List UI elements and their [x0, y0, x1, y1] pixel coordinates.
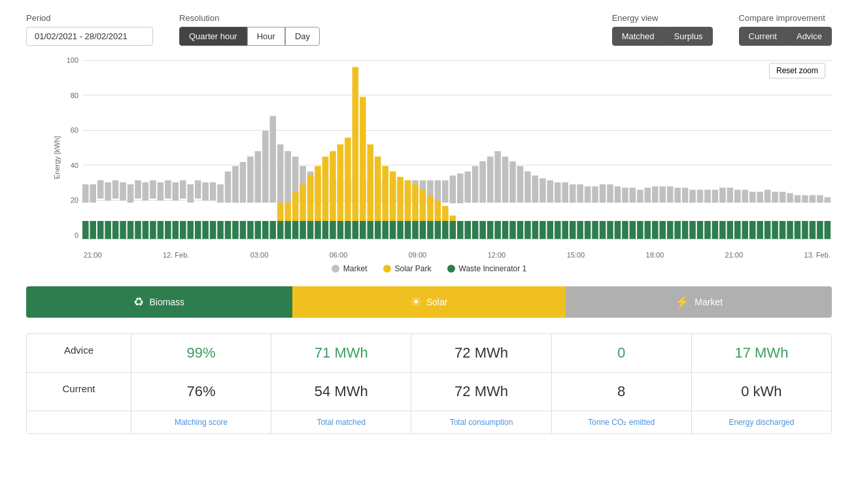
svg-rect-14: [135, 180, 141, 199]
svg-rect-53: [277, 203, 284, 221]
svg-rect-12: [128, 184, 134, 203]
svg-rect-177: [652, 221, 659, 239]
svg-rect-134: [494, 151, 501, 203]
current-co2: 8: [552, 373, 692, 411]
svg-rect-124: [457, 173, 464, 203]
svg-rect-55: [284, 151, 291, 203]
svg-rect-181: [667, 221, 674, 239]
svg-rect-172: [637, 190, 644, 203]
svg-rect-81: [345, 221, 351, 239]
svg-rect-101: [397, 177, 403, 221]
svg-rect-60: [292, 221, 299, 239]
svg-rect-2: [90, 184, 96, 203]
svg-rect-143: [524, 221, 531, 239]
solar-icon: ☀: [411, 295, 421, 309]
svg-rect-65: [307, 175, 314, 221]
compare-current-button[interactable]: Current: [739, 27, 787, 46]
svg-rect-164: [607, 184, 613, 203]
svg-rect-1: [82, 221, 89, 239]
resolution-quarter-hour[interactable]: Quarter hour: [179, 27, 247, 46]
svg-rect-84: [352, 221, 359, 239]
x-label-0900: 09:00: [409, 251, 427, 259]
resolution-day[interactable]: Day: [285, 27, 320, 46]
svg-rect-194: [719, 188, 726, 203]
svg-rect-71: [322, 156, 329, 221]
svg-rect-210: [780, 192, 786, 203]
period-label: Period: [26, 13, 153, 23]
svg-rect-8: [112, 180, 119, 199]
svg-rect-98: [390, 171, 396, 221]
resolution-hour[interactable]: Hour: [247, 27, 285, 46]
svg-rect-180: [667, 186, 674, 203]
svg-rect-148: [547, 180, 554, 203]
compare-button-group: Current Advice: [739, 27, 832, 46]
energy-matched-button[interactable]: Matched: [612, 27, 664, 46]
svg-rect-80: [345, 137, 351, 221]
source-market: ⚡ Market: [566, 286, 832, 318]
svg-rect-205: [757, 221, 763, 239]
svg-rect-90: [367, 221, 373, 239]
x-label-1200: 12:00: [488, 251, 506, 259]
footer-empty: [27, 411, 131, 433]
resolution-label: Resolution: [179, 13, 320, 23]
svg-rect-137: [502, 221, 509, 239]
svg-rect-159: [585, 221, 591, 239]
stats-row-current: Current 76% 54 MWh 72 MWh 8 0 kWh: [27, 373, 831, 411]
svg-rect-115: [435, 180, 441, 203]
svg-rect-35: [210, 221, 216, 239]
svg-rect-59: [292, 192, 299, 221]
svg-rect-45: [247, 221, 254, 239]
svg-rect-153: [562, 221, 568, 239]
svg-rect-47: [255, 221, 262, 239]
svg-rect-57: [284, 221, 291, 239]
svg-rect-95: [382, 166, 388, 221]
legend-solar: Solar Park: [383, 264, 432, 273]
advice-total-consumption: 72 MWh: [411, 334, 551, 372]
x-label-0600: 06:00: [330, 251, 348, 259]
source-biomass: ♻ Biomass: [26, 286, 292, 318]
svg-rect-62: [300, 184, 306, 221]
svg-rect-11: [120, 221, 126, 239]
svg-rect-107: [412, 184, 419, 221]
svg-rect-20: [158, 182, 164, 201]
svg-rect-113: [427, 195, 434, 221]
svg-rect-21: [158, 221, 164, 239]
x-label-2100b: 21:00: [725, 251, 744, 259]
svg-rect-42: [240, 162, 247, 203]
svg-rect-111: [420, 221, 426, 239]
svg-rect-200: [742, 190, 748, 203]
svg-rect-77: [337, 144, 344, 221]
svg-rect-44: [247, 156, 254, 203]
period-input[interactable]: [26, 27, 153, 46]
svg-rect-149: [547, 221, 554, 239]
svg-rect-187: [689, 221, 696, 239]
source-bar: ♻ Biomass ☀ Solar ⚡ Market: [26, 286, 832, 318]
svg-rect-99: [390, 221, 396, 239]
svg-rect-144: [532, 176, 539, 203]
svg-rect-83: [352, 67, 359, 221]
compare-advice-button[interactable]: Advice: [787, 27, 832, 46]
svg-rect-216: [802, 195, 808, 203]
legend-waste-label: Waste Incinerator 1: [459, 264, 527, 273]
legend-solar-dot: [383, 265, 391, 273]
svg-rect-150: [555, 182, 561, 203]
svg-rect-183: [674, 221, 681, 239]
svg-rect-23: [165, 221, 171, 239]
svg-rect-156: [577, 184, 583, 203]
svg-rect-122: [450, 216, 456, 221]
svg-rect-123: [450, 221, 456, 239]
svg-rect-4: [97, 180, 104, 199]
energy-surplus-button[interactable]: Surplus: [664, 27, 713, 46]
svg-rect-170: [630, 188, 636, 203]
svg-rect-155: [570, 221, 576, 239]
svg-rect-36: [217, 184, 224, 203]
svg-rect-86: [360, 97, 366, 221]
svg-rect-160: [592, 186, 598, 203]
svg-rect-171: [630, 221, 636, 239]
svg-rect-68: [315, 166, 321, 221]
svg-rect-75: [330, 221, 336, 239]
footer-total-consumption: Total consumption: [411, 411, 551, 433]
advice-total-matched: 71 MWh: [271, 334, 411, 372]
svg-rect-197: [727, 221, 734, 239]
svg-rect-207: [764, 221, 771, 239]
